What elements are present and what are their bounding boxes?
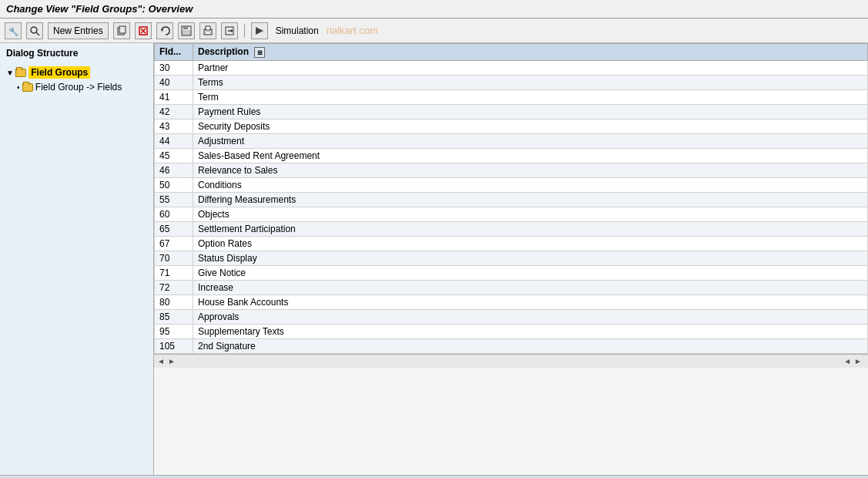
cell-description: Adjustment <box>193 133 868 148</box>
new-entries-button[interactable]: New Entries <box>48 22 109 39</box>
cell-description: Terms <box>193 75 868 89</box>
cell-fld: 95 <box>155 324 193 338</box>
toolbar-export-btn[interactable] <box>221 22 238 39</box>
svg-rect-14 <box>206 32 210 34</box>
cell-description: Sales-Based Rent Agreement <box>193 148 868 163</box>
table-row[interactable]: 55Differing Measurements <box>155 192 868 207</box>
sidebar-title: Dialog Structure <box>3 46 150 60</box>
table-row[interactable]: 71Give Notice <box>155 265 868 280</box>
new-entries-label: New Entries <box>53 25 103 36</box>
svg-line-2 <box>36 32 39 35</box>
toolbar-simulation-icon[interactable] <box>251 22 268 39</box>
svg-rect-10 <box>183 26 188 29</box>
table-row[interactable]: 44Adjustment <box>155 133 868 148</box>
toolbar-delete-btn[interactable] <box>135 22 152 39</box>
svg-text:🔧: 🔧 <box>8 26 18 36</box>
table-row[interactable]: 30Partner <box>155 60 868 75</box>
table-row[interactable]: 40Terms <box>155 75 868 89</box>
cell-fld: 71 <box>155 265 193 280</box>
cell-description: Supplementary Texts <box>193 324 868 338</box>
tree-expand-icon: ▼ <box>6 69 14 77</box>
title-bar: Change View "Field Groups": Overview <box>0 0 868 19</box>
cell-description: Partner <box>193 60 868 75</box>
h-scroll-right2-icon[interactable]: ◄ <box>843 357 851 365</box>
toolbar-copy-btn[interactable] <box>113 22 130 39</box>
table-row[interactable]: 85Approvals <box>155 309 868 324</box>
sidebar-field-groups-label: Field Groups <box>28 66 90 79</box>
toolbar-print-btn[interactable] <box>199 22 216 39</box>
sidebar-item-field-group-fields[interactable]: • Field Group -> Fields <box>3 80 150 94</box>
svg-point-1 <box>31 27 37 33</box>
cell-fld: 80 <box>155 295 193 309</box>
table-row[interactable]: 60Objects <box>155 207 868 221</box>
data-table: Fld... Description ⊞ 30Partner40Terms41T… <box>154 43 868 354</box>
svg-rect-13 <box>206 26 210 30</box>
main-content: Dialog Structure ▼ Field Groups • Field … <box>0 43 868 475</box>
table-row[interactable]: 45Sales-Based Rent Agreement <box>155 148 868 163</box>
toolbar-separator <box>244 24 245 38</box>
cell-description: Term <box>193 89 868 104</box>
sub-folder-icon <box>22 83 33 92</box>
cell-fld: 46 <box>155 163 193 177</box>
cell-fld: 85 <box>155 309 193 324</box>
toolbar-icon-2[interactable] <box>26 22 43 39</box>
toolbar-save-btn[interactable] <box>178 22 195 39</box>
cell-fld: 105 <box>155 338 193 353</box>
cell-description: Objects <box>193 207 868 221</box>
page-title: Change View "Field Groups": Overview <box>6 3 193 15</box>
table-row[interactable]: 41Term <box>155 89 868 104</box>
cell-fld: 70 <box>155 251 193 265</box>
cell-fld: 50 <box>155 177 193 192</box>
table-row[interactable]: 43Security Deposits <box>155 119 868 133</box>
table-row[interactable]: 80House Bank Accounts <box>155 295 868 309</box>
sidebar-field-group-fields-label: Field Group -> Fields <box>35 82 122 93</box>
cell-description: Relevance to Sales <box>193 163 868 177</box>
table-row[interactable]: 67Option Rates <box>155 236 868 251</box>
cell-fld: 44 <box>155 133 193 148</box>
cell-description: Payment Rules <box>193 104 868 119</box>
table-scroll-container[interactable]: Fld... Description ⊞ 30Partner40Terms41T… <box>154 43 868 354</box>
cell-description: Option Rates <box>193 236 868 251</box>
h-scroll-right3-icon[interactable]: ► <box>854 357 862 365</box>
cell-fld: 67 <box>155 236 193 251</box>
table-row[interactable]: 95Supplementary Texts <box>155 324 868 338</box>
simulation-label: Simulation <box>276 25 319 36</box>
cell-description: Status Display <box>193 251 868 265</box>
sidebar: Dialog Structure ▼ Field Groups • Field … <box>0 43 154 475</box>
cell-fld: 65 <box>155 221 193 236</box>
toolbar-icon-1[interactable]: 🔧 <box>5 22 22 39</box>
tree-dot-icon: • <box>17 83 20 92</box>
cell-description: 2nd Signature <box>193 338 868 353</box>
cell-description: Conditions <box>193 177 868 192</box>
table-row[interactable]: 72Increase <box>155 280 868 295</box>
table-wrapper: Fld... Description ⊞ 30Partner40Terms41T… <box>154 43 868 368</box>
horizontal-scrollbar[interactable]: ◄ ► ◄ ► <box>154 354 868 368</box>
cell-description: Give Notice <box>193 265 868 280</box>
table-row[interactable]: 50Conditions <box>155 177 868 192</box>
cell-description: Differing Measurements <box>193 192 868 207</box>
col-fld-label: Fld... <box>159 46 181 57</box>
table-header-row: Fld... Description ⊞ <box>155 44 868 61</box>
col-settings-icon[interactable]: ⊞ <box>254 47 265 58</box>
table-row[interactable]: 70Status Display <box>155 251 868 265</box>
bottom-bar: Position... Entry 21 of 63 <box>0 475 868 478</box>
table-row[interactable]: 46Relevance to Sales <box>155 163 868 177</box>
cell-fld: 42 <box>155 104 193 119</box>
h-scroll-left-icon[interactable]: ◄ <box>157 357 165 365</box>
sidebar-item-field-groups[interactable]: ▼ Field Groups <box>3 65 150 80</box>
h-scroll-right-icon[interactable]: ► <box>168 357 176 365</box>
table-body: 30Partner40Terms41Term42Payment Rules43S… <box>155 60 868 353</box>
cell-fld: 55 <box>155 192 193 207</box>
table-row[interactable]: 1052nd Signature <box>155 338 868 353</box>
toolbar-undo-btn[interactable] <box>156 22 173 39</box>
simulation-button[interactable]: Simulation <box>273 24 322 38</box>
table-row[interactable]: 42Payment Rules <box>155 104 868 119</box>
svg-rect-4 <box>119 26 126 33</box>
cell-description: Security Deposits <box>193 119 868 133</box>
cell-fld: 30 <box>155 60 193 75</box>
cell-fld: 41 <box>155 89 193 104</box>
col-header-description[interactable]: Description ⊞ <box>193 44 868 61</box>
table-row[interactable]: 65Settlement Participation <box>155 221 868 236</box>
col-header-fld[interactable]: Fld... <box>155 44 193 61</box>
svg-rect-11 <box>183 31 190 35</box>
